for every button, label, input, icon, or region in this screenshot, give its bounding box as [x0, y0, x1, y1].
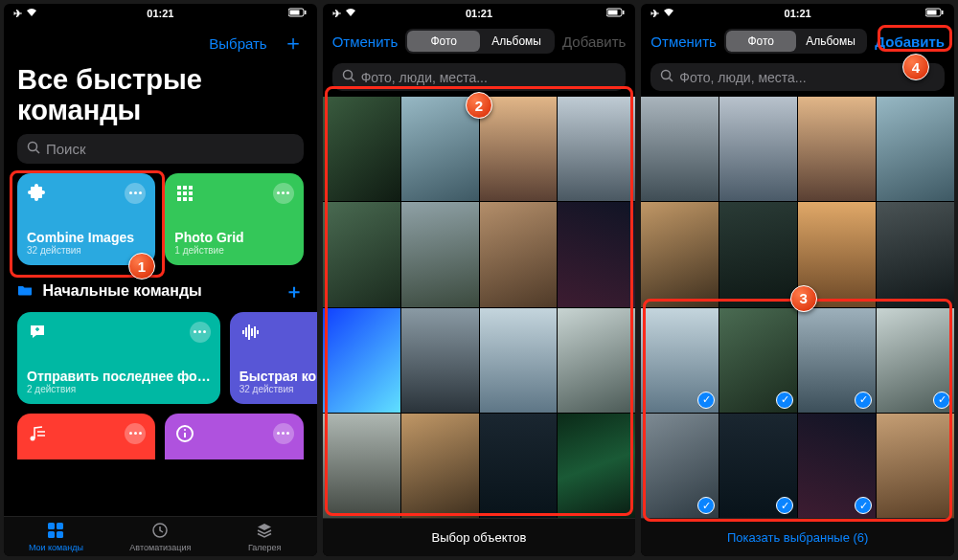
photo-cell[interactable] — [401, 202, 479, 306]
photo-cell[interactable] — [798, 202, 876, 306]
tab-label: Галерея — [248, 543, 282, 552]
search-input[interactable]: Фото, люди, места... — [650, 63, 945, 91]
search-placeholder: Фото, люди, места... — [679, 70, 806, 85]
search-input[interactable]: Фото, люди, места... — [332, 63, 627, 91]
card-sublabel: 32 действия — [27, 245, 146, 256]
photo-cell[interactable] — [719, 202, 797, 306]
wifi-icon — [345, 8, 356, 19]
shortcut-card[interactable]: Музыкальная — [17, 414, 155, 459]
photo-cell[interactable] — [558, 97, 635, 201]
photo-cell[interactable] — [323, 202, 400, 306]
svg-rect-7 — [189, 186, 193, 190]
photo-cell[interactable] — [401, 308, 479, 413]
search-icon — [660, 69, 673, 85]
photo-cell[interactable] — [480, 97, 558, 201]
check-icon: ✓ — [933, 392, 950, 409]
shortcuts-row-2: Отправить последнее фо… 2 действия Быстр… — [4, 312, 317, 414]
tab-Автоматизация[interactable]: Автоматизация — [108, 517, 213, 556]
cancel-button[interactable]: Отменить — [650, 34, 717, 50]
puzzle-icon — [27, 183, 48, 204]
more-icon[interactable] — [190, 322, 211, 343]
card-label: Отправить последнее фо… — [27, 369, 211, 384]
photo-cell[interactable] — [719, 97, 797, 201]
svg-rect-32 — [608, 11, 618, 15]
segment-photo[interactable]: Фото — [726, 31, 796, 52]
more-icon[interactable] — [273, 183, 294, 204]
photo-cell[interactable] — [877, 202, 954, 306]
segment-albums[interactable]: Альбомы — [796, 31, 866, 52]
card-sublabel: 1 действие — [174, 245, 293, 256]
svg-rect-1 — [289, 11, 299, 15]
show-selected-button[interactable]: Показать выбранные (6) — [641, 518, 954, 556]
photo-cell[interactable]: ✓ — [877, 308, 954, 413]
search-placeholder: Фото, люди, места... — [361, 70, 488, 85]
segment-control[interactable]: Фото Альбомы — [724, 29, 867, 54]
svg-rect-8 — [177, 191, 181, 195]
card-label: Combine Images — [27, 230, 146, 245]
picker-nav: Отменить Фото Альбомы Добавить — [323, 23, 636, 59]
shortcut-card[interactable]: Отправить последнее фо… 2 действия — [17, 312, 220, 404]
svg-rect-38 — [942, 11, 944, 14]
photo-cell[interactable] — [480, 414, 558, 518]
photo-cell[interactable] — [877, 414, 954, 518]
more-icon[interactable] — [125, 183, 146, 204]
select-button[interactable]: Выбрать — [209, 35, 266, 52]
photo-cell[interactable] — [558, 414, 635, 518]
photo-cell[interactable] — [641, 202, 718, 306]
status-time: 01:21 — [147, 8, 173, 19]
tab-Мои команды[interactable]: Мои команды — [4, 517, 108, 556]
shortcut-card[interactable]: Что такое — [165, 414, 303, 459]
card-sublabel: 32 действия — [240, 384, 317, 394]
check-icon: ✓ — [855, 497, 872, 514]
svg-point-25 — [184, 429, 186, 431]
svg-rect-5 — [177, 186, 181, 190]
svg-rect-6 — [183, 186, 187, 190]
search-input[interactable]: Поиск — [17, 134, 304, 164]
photo-cell[interactable] — [558, 202, 635, 306]
photo-cell[interactable] — [877, 97, 954, 201]
photo-cell[interactable] — [798, 97, 876, 201]
card-label: Photo Grid — [174, 230, 293, 245]
section-add-button[interactable]: ＋ — [285, 279, 304, 304]
add-button[interactable]: Добавить — [562, 34, 626, 50]
grid-icon — [174, 183, 195, 204]
segment-control[interactable]: Фото Альбомы — [405, 29, 555, 54]
svg-rect-2 — [305, 11, 307, 14]
screen-photo-picker-selected: ✈ 01:21 Отменить Фото Альбомы Добавить Ф… — [641, 4, 954, 556]
photo-cell[interactable]: ✓ — [719, 414, 797, 518]
photo-cell[interactable] — [323, 97, 400, 201]
waveform-icon — [240, 322, 261, 343]
svg-line-35 — [351, 78, 354, 82]
more-icon[interactable] — [125, 423, 146, 444]
shortcut-card[interactable]: Photo Grid 1 действие — [165, 173, 303, 265]
music-list-icon — [27, 423, 48, 444]
photo-cell[interactable]: ✓ — [719, 308, 797, 413]
more-icon[interactable] — [273, 423, 294, 444]
tab-Галерея[interactable]: Галерея — [213, 517, 317, 556]
photo-cell[interactable] — [641, 97, 718, 201]
photo-cell[interactable]: ✓ — [641, 414, 718, 518]
cancel-button[interactable]: Отменить — [332, 34, 399, 50]
photo-cell[interactable] — [401, 414, 479, 518]
photo-cell[interactable] — [323, 414, 400, 518]
photo-cell[interactable] — [558, 308, 635, 413]
photo-cell[interactable] — [323, 308, 400, 413]
photo-cell[interactable] — [480, 202, 558, 306]
add-button[interactable]: Добавить — [875, 34, 945, 50]
card-sublabel: 2 действия — [27, 384, 211, 394]
shortcut-card[interactable]: Combine Images 32 действия — [17, 173, 155, 265]
segment-albums[interactable]: Альбомы — [480, 31, 553, 52]
segment-photo[interactable]: Фото — [407, 31, 480, 52]
card-label: Быстрая команда Shaz… — [240, 369, 317, 384]
shortcut-card[interactable]: Быстрая команда Shaz… 32 действия — [230, 312, 317, 404]
photo-cell[interactable]: ✓ — [798, 414, 876, 518]
battery-icon — [606, 8, 626, 19]
search-icon — [342, 69, 355, 85]
add-shortcut-button[interactable]: ＋ — [283, 29, 304, 57]
bottom-bar: Выбор объектов — [323, 518, 636, 556]
photo-cell[interactable] — [480, 308, 558, 413]
photo-cell[interactable]: ✓ — [641, 308, 718, 413]
clock-icon — [151, 522, 169, 541]
photo-cell[interactable]: ✓ — [798, 308, 876, 413]
photo-cell[interactable] — [401, 97, 479, 201]
